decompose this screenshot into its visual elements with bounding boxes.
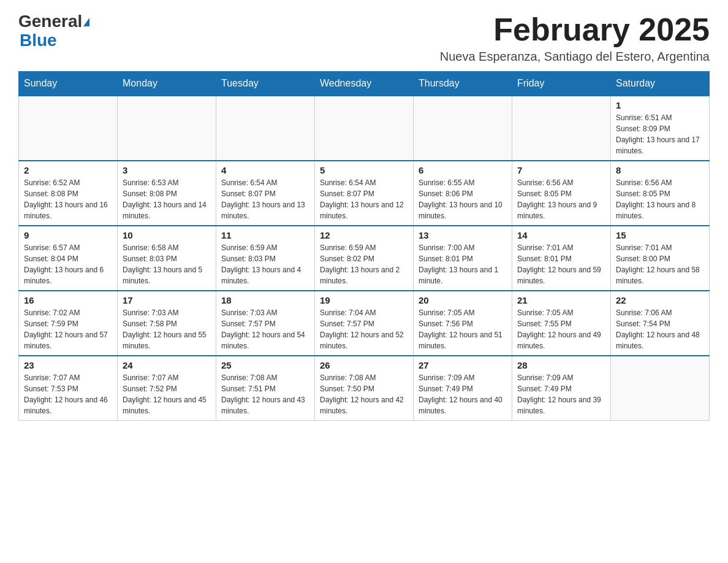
header-tuesday: Tuesday (216, 72, 315, 96)
day-number: 19 (320, 295, 408, 305)
day-info: Sunrise: 7:03 AM Sunset: 7:58 PM Dayligh… (123, 307, 211, 351)
table-row: 10Sunrise: 6:58 AM Sunset: 8:03 PM Dayli… (118, 226, 216, 291)
table-row (19, 96, 118, 161)
day-info: Sunrise: 6:57 AM Sunset: 8:04 PM Dayligh… (24, 242, 112, 286)
day-number: 12 (320, 230, 408, 240)
table-row: 9Sunrise: 6:57 AM Sunset: 8:04 PM Daylig… (19, 226, 118, 291)
day-number: 15 (616, 230, 704, 240)
day-number: 13 (419, 230, 507, 240)
header-saturday: Saturday (611, 72, 710, 96)
day-number: 28 (517, 360, 605, 370)
table-row: 18Sunrise: 7:03 AM Sunset: 7:57 PM Dayli… (216, 291, 315, 356)
logo-blue-text: Blue (20, 31, 57, 50)
logo-general-text: General (18, 12, 82, 31)
table-row: 21Sunrise: 7:05 AM Sunset: 7:55 PM Dayli… (512, 291, 611, 356)
table-row: 1Sunrise: 6:51 AM Sunset: 8:09 PM Daylig… (611, 96, 710, 161)
day-info: Sunrise: 7:03 AM Sunset: 7:57 PM Dayligh… (221, 307, 309, 351)
table-row (216, 96, 315, 161)
calendar-header-row: Sunday Monday Tuesday Wednesday Thursday… (19, 72, 710, 96)
day-info: Sunrise: 7:04 AM Sunset: 7:57 PM Dayligh… (320, 307, 408, 351)
day-number: 16 (24, 295, 112, 305)
table-row (118, 96, 216, 161)
table-row: 17Sunrise: 7:03 AM Sunset: 7:58 PM Dayli… (118, 291, 216, 356)
day-info: Sunrise: 6:53 AM Sunset: 8:08 PM Dayligh… (123, 177, 211, 221)
day-number: 6 (419, 165, 507, 175)
day-number: 24 (123, 360, 211, 370)
table-row: 16Sunrise: 7:02 AM Sunset: 7:59 PM Dayli… (19, 291, 118, 356)
day-info: Sunrise: 7:01 AM Sunset: 8:01 PM Dayligh… (517, 242, 605, 286)
day-info: Sunrise: 6:56 AM Sunset: 8:05 PM Dayligh… (616, 177, 704, 221)
calendar-week-row: 1Sunrise: 6:51 AM Sunset: 8:09 PM Daylig… (19, 96, 710, 161)
day-info: Sunrise: 7:08 AM Sunset: 7:50 PM Dayligh… (320, 372, 408, 416)
day-info: Sunrise: 6:52 AM Sunset: 8:08 PM Dayligh… (24, 177, 112, 221)
day-number: 14 (517, 230, 605, 240)
logo-triangle-icon (83, 18, 89, 26)
table-row: 26Sunrise: 7:08 AM Sunset: 7:50 PM Dayli… (315, 356, 414, 421)
day-number: 9 (24, 230, 112, 240)
day-number: 18 (221, 295, 309, 305)
day-number: 17 (123, 295, 211, 305)
table-row: 3Sunrise: 6:53 AM Sunset: 8:08 PM Daylig… (118, 161, 216, 226)
day-info: Sunrise: 7:06 AM Sunset: 7:54 PM Dayligh… (616, 307, 704, 351)
table-row: 4Sunrise: 6:54 AM Sunset: 8:07 PM Daylig… (216, 161, 315, 226)
table-row: 20Sunrise: 7:05 AM Sunset: 7:56 PM Dayli… (414, 291, 512, 356)
page-header: General Blue February 2025 Nueva Esperan… (18, 12, 710, 64)
table-row: 19Sunrise: 7:04 AM Sunset: 7:57 PM Dayli… (315, 291, 414, 356)
table-row: 13Sunrise: 7:00 AM Sunset: 8:01 PM Dayli… (414, 226, 512, 291)
day-number: 10 (123, 230, 211, 240)
header-monday: Monday (118, 72, 216, 96)
calendar-week-row: 2Sunrise: 6:52 AM Sunset: 8:08 PM Daylig… (19, 161, 710, 226)
header-friday: Friday (512, 72, 611, 96)
table-row: 28Sunrise: 7:09 AM Sunset: 7:49 PM Dayli… (512, 356, 611, 421)
day-info: Sunrise: 7:02 AM Sunset: 7:59 PM Dayligh… (24, 307, 112, 351)
table-row: 24Sunrise: 7:07 AM Sunset: 7:52 PM Dayli… (118, 356, 216, 421)
table-row: 7Sunrise: 6:56 AM Sunset: 8:05 PM Daylig… (512, 161, 611, 226)
day-info: Sunrise: 7:05 AM Sunset: 7:55 PM Dayligh… (517, 307, 605, 351)
day-number: 21 (517, 295, 605, 305)
day-number: 26 (320, 360, 408, 370)
day-info: Sunrise: 7:09 AM Sunset: 7:49 PM Dayligh… (419, 372, 507, 416)
day-info: Sunrise: 6:54 AM Sunset: 8:07 PM Dayligh… (320, 177, 408, 221)
day-info: Sunrise: 6:58 AM Sunset: 8:03 PM Dayligh… (123, 242, 211, 286)
day-number: 3 (123, 165, 211, 175)
table-row: 11Sunrise: 6:59 AM Sunset: 8:03 PM Dayli… (216, 226, 315, 291)
day-info: Sunrise: 7:07 AM Sunset: 7:52 PM Dayligh… (123, 372, 211, 416)
table-row: 12Sunrise: 6:59 AM Sunset: 8:02 PM Dayli… (315, 226, 414, 291)
table-row: 25Sunrise: 7:08 AM Sunset: 7:51 PM Dayli… (216, 356, 315, 421)
table-row: 27Sunrise: 7:09 AM Sunset: 7:49 PM Dayli… (414, 356, 512, 421)
day-info: Sunrise: 7:05 AM Sunset: 7:56 PM Dayligh… (419, 307, 507, 351)
day-info: Sunrise: 6:59 AM Sunset: 8:02 PM Dayligh… (320, 242, 408, 286)
table-row (315, 96, 414, 161)
day-info: Sunrise: 7:08 AM Sunset: 7:51 PM Dayligh… (221, 372, 309, 416)
logo: General Blue (18, 12, 89, 50)
table-row: 5Sunrise: 6:54 AM Sunset: 8:07 PM Daylig… (315, 161, 414, 226)
day-info: Sunrise: 7:01 AM Sunset: 8:00 PM Dayligh… (616, 242, 704, 286)
day-number: 8 (616, 165, 704, 175)
day-number: 25 (221, 360, 309, 370)
day-number: 11 (221, 230, 309, 240)
table-row (414, 96, 512, 161)
table-row: 6Sunrise: 6:55 AM Sunset: 8:06 PM Daylig… (414, 161, 512, 226)
day-number: 20 (419, 295, 507, 305)
day-info: Sunrise: 6:55 AM Sunset: 8:06 PM Dayligh… (419, 177, 507, 221)
day-info: Sunrise: 7:09 AM Sunset: 7:49 PM Dayligh… (517, 372, 605, 416)
day-info: Sunrise: 7:00 AM Sunset: 8:01 PM Dayligh… (419, 242, 507, 286)
day-number: 2 (24, 165, 112, 175)
day-number: 22 (616, 295, 704, 305)
day-number: 7 (517, 165, 605, 175)
calendar-week-row: 16Sunrise: 7:02 AM Sunset: 7:59 PM Dayli… (19, 291, 710, 356)
table-row: 23Sunrise: 7:07 AM Sunset: 7:53 PM Dayli… (19, 356, 118, 421)
location-subtitle: Nueva Esperanza, Santiago del Estero, Ar… (440, 50, 710, 64)
month-title: February 2025 (440, 12, 710, 47)
table-row: 8Sunrise: 6:56 AM Sunset: 8:05 PM Daylig… (611, 161, 710, 226)
day-number: 5 (320, 165, 408, 175)
day-info: Sunrise: 6:51 AM Sunset: 8:09 PM Dayligh… (616, 112, 704, 156)
header-wednesday: Wednesday (315, 72, 414, 96)
day-info: Sunrise: 6:54 AM Sunset: 8:07 PM Dayligh… (221, 177, 309, 221)
calendar-table: Sunday Monday Tuesday Wednesday Thursday… (18, 71, 710, 421)
calendar-week-row: 9Sunrise: 6:57 AM Sunset: 8:04 PM Daylig… (19, 226, 710, 291)
title-block: February 2025 Nueva Esperanza, Santiago … (440, 12, 710, 64)
table-row: 15Sunrise: 7:01 AM Sunset: 8:00 PM Dayli… (611, 226, 710, 291)
day-number: 1 (616, 100, 704, 110)
header-thursday: Thursday (414, 72, 512, 96)
